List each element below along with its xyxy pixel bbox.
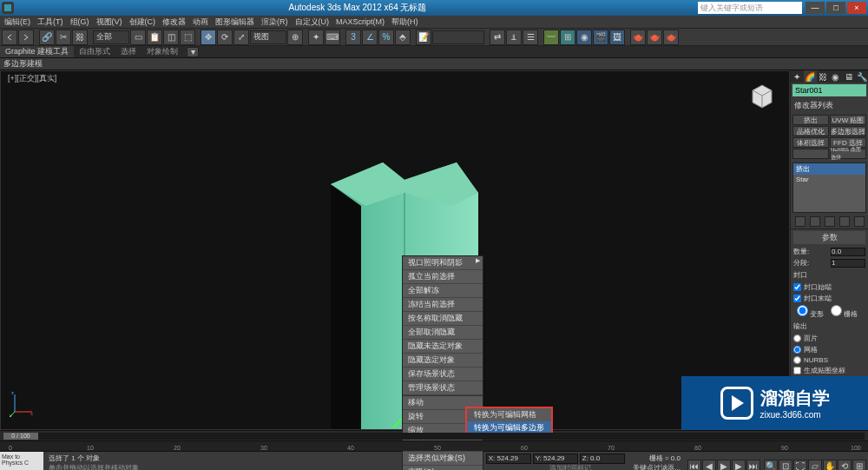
ribbon-expand-button[interactable]: ▾ xyxy=(187,47,199,57)
close-button[interactable]: × xyxy=(847,2,866,14)
pan-button[interactable]: ✋ xyxy=(823,460,837,471)
maximize-button[interactable]: □ xyxy=(826,2,845,14)
menu-item-hide-unsel[interactable]: 隐藏未选定对象 xyxy=(403,340,483,354)
menu-item-clone[interactable]: 克隆(C) xyxy=(403,466,483,470)
zoom-button[interactable]: 🔍 xyxy=(764,460,778,471)
curve-editor-button[interactable]: 〰 xyxy=(543,30,559,45)
menu-item-freeze-sel[interactable]: 冻结当前选择 xyxy=(403,298,483,312)
rollout-header-params[interactable]: 参数 xyxy=(793,231,865,244)
object-name-input[interactable]: Star001 xyxy=(792,84,866,96)
ribbon-tab-graphite[interactable]: Graphite 建模工具 xyxy=(0,46,74,57)
goto-end-button[interactable]: ⏭ xyxy=(746,460,760,471)
next-frame-button[interactable]: ▶ xyxy=(732,460,746,471)
menu-help[interactable]: 帮助(H) xyxy=(388,17,422,28)
align-button[interactable]: ⫫ xyxy=(506,30,522,45)
submenu-item-editable-mesh[interactable]: 转换为可编辑网格 xyxy=(467,408,551,421)
menu-item-isolate[interactable]: 孤立当前选择 xyxy=(403,270,483,284)
make-unique-button[interactable] xyxy=(825,216,835,227)
menu-item-hide-sel[interactable]: 隐藏选定对象 xyxy=(403,354,483,367)
select-name-button[interactable]: 📋 xyxy=(147,30,162,45)
ribbon-tab-objectpaint[interactable]: 对象绘制 xyxy=(141,46,183,57)
named-sel-button[interactable]: 📝 xyxy=(416,30,431,45)
selection-filter[interactable]: 全部 xyxy=(93,30,129,44)
zoom-all-button[interactable]: ⊡ xyxy=(779,460,792,471)
menu-tools[interactable]: 工具(T) xyxy=(34,17,67,28)
key-filters-label[interactable]: 关键点过滤器... xyxy=(633,463,681,470)
mod-btn-optimize[interactable]: 晶格优化 xyxy=(792,126,829,136)
menu-view[interactable]: 视图(V) xyxy=(93,17,126,28)
help-search-input[interactable]: 键入关键字或短语 xyxy=(698,2,802,14)
show-end-button[interactable] xyxy=(810,216,820,227)
grid-radio[interactable]: 栅格 xyxy=(831,305,858,319)
keymode-button[interactable]: ⌨ xyxy=(325,30,340,45)
manipulate-button[interactable]: ✦ xyxy=(308,30,324,45)
amount-input[interactable] xyxy=(831,248,865,256)
play-button[interactable]: ▶ xyxy=(717,460,731,471)
menu-item-unhide-all[interactable]: 全部取消隐藏 xyxy=(403,326,483,340)
ref-coord-system[interactable]: 视图 xyxy=(250,30,286,44)
zoom-extents-button[interactable]: ⛶ xyxy=(793,460,807,471)
menu-animation[interactable]: 动画 xyxy=(189,17,212,28)
maxscript-listener[interactable]: Max to Physics C xyxy=(0,452,43,470)
percent-snap-button[interactable]: % xyxy=(378,30,394,45)
undo-button[interactable] xyxy=(2,30,17,45)
snap-button[interactable]: 3 xyxy=(345,30,361,45)
render-button[interactable]: 🫖 xyxy=(647,30,662,45)
move-button[interactable]: ✥ xyxy=(201,30,216,45)
layers-button[interactable]: ☰ xyxy=(523,30,538,45)
modify-tab[interactable]: 🌈 xyxy=(804,70,817,83)
pivot-button[interactable]: ⊕ xyxy=(287,30,303,45)
menu-item-select-similar[interactable]: 选择类似对象(S) xyxy=(403,452,483,466)
create-tab[interactable]: ✦ xyxy=(791,70,804,83)
menu-customize[interactable]: 自定义(U) xyxy=(292,17,333,28)
prev-frame-button[interactable]: ◀ xyxy=(702,460,716,471)
stack-item-extrude[interactable]: 挤出 xyxy=(793,163,865,175)
render-setup-button[interactable]: 🎬 xyxy=(593,30,608,45)
patch-radio[interactable] xyxy=(793,334,801,342)
mod-btn-extrude[interactable]: 挤出 xyxy=(792,115,829,125)
ribbon-tab-selection[interactable]: 选择 xyxy=(115,46,141,57)
segments-input[interactable] xyxy=(831,259,865,268)
minimize-button[interactable]: — xyxy=(806,2,825,14)
x-coord-input[interactable]: X: 524.29 xyxy=(486,453,531,464)
render-frame-button[interactable]: 🖼 xyxy=(609,30,625,45)
nurbs-radio[interactable] xyxy=(793,356,801,364)
menu-item-viewport-lighting[interactable]: 视口照明和阴影 xyxy=(403,256,483,270)
viewport[interactable]: [+][正交][真实] xyxy=(0,70,790,430)
schematic-button[interactable]: ⊞ xyxy=(560,30,575,45)
orbit-button[interactable]: ⟲ xyxy=(838,460,852,471)
bind-button[interactable]: ⛓ xyxy=(72,30,88,45)
remove-mod-button[interactable] xyxy=(839,216,850,227)
display-tab[interactable]: 🖥 xyxy=(842,70,855,83)
time-slider[interactable]: 0 / 100 xyxy=(0,430,868,440)
mod-btn-uvw[interactable]: UVW 贴图 xyxy=(830,115,866,125)
motion-tab[interactable]: ◉ xyxy=(829,70,842,83)
fov-button[interactable]: ▱ xyxy=(808,460,822,471)
scale-button[interactable]: ⤢ xyxy=(233,30,249,45)
menu-grapheditors[interactable]: 图形编辑器 xyxy=(212,17,258,28)
gen-coords-checkbox[interactable] xyxy=(793,367,801,374)
menu-item-unfreeze-all[interactable]: 全部解冻 xyxy=(403,284,483,298)
spinner-snap-button[interactable]: ⬘ xyxy=(395,30,411,45)
menu-item-save-state[interactable]: 保存场景状态 xyxy=(403,367,483,381)
viewport-3d[interactable] xyxy=(1,71,789,429)
quick-render-button[interactable]: 🫖 xyxy=(630,30,646,45)
menu-item-manage-state[interactable]: 管理场景状态 xyxy=(403,381,483,395)
menu-group[interactable]: 组(G) xyxy=(67,17,93,28)
time-tag-label[interactable]: 添加时间标记 xyxy=(549,463,591,470)
stack-item-star[interactable]: Star xyxy=(793,175,865,184)
mesh-radio[interactable] xyxy=(793,346,801,354)
ribbon-tab-freeform[interactable]: 自由形式 xyxy=(74,46,115,57)
time-slider-handle[interactable]: 0 / 100 xyxy=(3,433,38,440)
rotate-button[interactable]: ⟳ xyxy=(217,30,233,45)
morph-radio[interactable]: 变形 xyxy=(797,305,824,319)
menu-maxscript[interactable]: MAXScript(M) xyxy=(332,17,388,26)
modifier-list-label[interactable]: 修改器列表 xyxy=(791,98,868,113)
material-editor-button[interactable]: ◉ xyxy=(576,30,592,45)
mod-btn-empty[interactable] xyxy=(792,149,829,159)
select-button[interactable]: ▭ xyxy=(130,30,146,45)
mod-btn-volsel[interactable]: 体积选择 xyxy=(792,137,829,148)
z-coord-input[interactable]: Z: 0.0 xyxy=(580,453,625,464)
menu-modifiers[interactable]: 修改器 xyxy=(159,17,189,28)
render-prod-button[interactable]: 🫖 xyxy=(663,30,679,45)
